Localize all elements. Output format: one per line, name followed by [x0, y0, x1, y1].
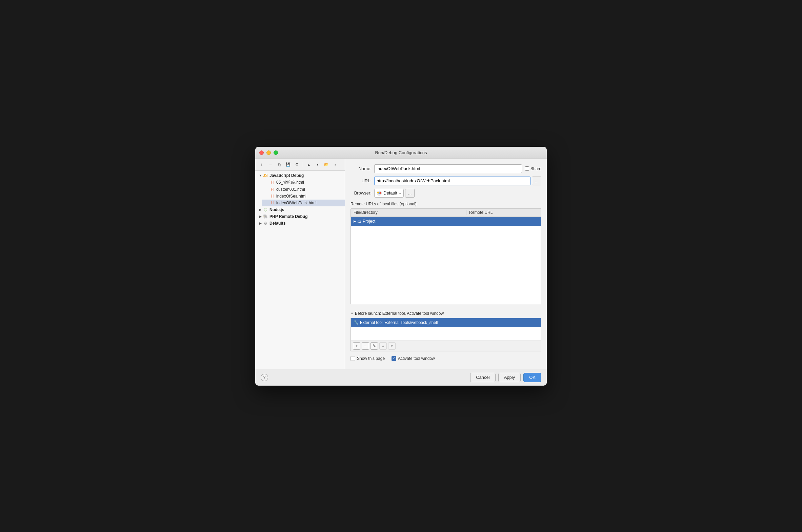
before-launch-label: Before launch: External tool, Activate t…: [355, 311, 444, 316]
file-directory-table: File/Directory Remote URL ▶ 🗂 Project: [351, 208, 541, 304]
file1-icon: H: [269, 179, 275, 185]
activate-tool-window-checkbox-item[interactable]: ✓ Activate tool window: [392, 356, 435, 361]
activate-tool-window-label: Activate tool window: [398, 356, 435, 361]
url-browse-button[interactable]: …: [532, 176, 541, 185]
close-button[interactable]: [259, 150, 264, 155]
ok-button[interactable]: OK: [523, 373, 541, 382]
project-row-arrow: ▶: [354, 220, 356, 223]
project-name: Project: [363, 219, 375, 224]
defaults-label: Defaults: [269, 221, 285, 226]
title-bar: Run/Debug Configurations: [255, 147, 547, 159]
activate-tool-window-checkbox[interactable]: ✓: [392, 356, 396, 361]
php-label: PHP Remote Debug: [269, 214, 307, 219]
move-down-button[interactable]: ▼: [314, 161, 321, 168]
nodejs-arrow: ▶: [258, 207, 263, 212]
browser-select[interactable]: Default ⌄: [374, 189, 404, 197]
tree-item-nodejs[interactable]: ▶ ⬡ Node.js: [255, 206, 345, 213]
dialog-title: Run/Debug Configurations: [375, 150, 427, 155]
tree-item-file4[interactable]: ▶ H indexOfWebPack.html: [262, 200, 345, 206]
save-config-button[interactable]: 💾: [284, 161, 292, 168]
before-launch-toolbar: + − ✎ ▲ ▼: [351, 341, 541, 351]
show-page-checkbox-item[interactable]: Show this page: [351, 356, 385, 361]
name-row: Name: Share: [351, 164, 541, 173]
file3-label: indexOfSea.html: [276, 194, 306, 198]
tree-item-file2[interactable]: ▶ H custom001.html: [262, 186, 345, 193]
file-dir-header: File/Directory: [351, 210, 466, 215]
remote-url-header: Remote URL: [466, 210, 541, 215]
settings-config-button[interactable]: ⚙: [293, 161, 301, 168]
wrench-icon: 🔧: [354, 320, 359, 325]
before-launch-item[interactable]: 🔧 External tool 'External Tools/webpack_…: [351, 318, 541, 327]
file-table-body: ▶ 🗂 Project: [351, 217, 541, 304]
cancel-button[interactable]: Cancel: [470, 373, 495, 382]
copy-config-button[interactable]: ⎘: [276, 161, 283, 168]
bl-add-button[interactable]: +: [353, 342, 360, 350]
file-dir-cell: ▶ 🗂 Project: [351, 219, 466, 224]
tree-item-file3[interactable]: ▶ H indexOfSea.html: [262, 193, 345, 200]
file2-icon: H: [269, 187, 275, 192]
move-up-button[interactable]: ▲: [305, 161, 313, 168]
project-icon: 🗂: [357, 219, 361, 224]
bl-edit-button[interactable]: ✎: [371, 342, 378, 350]
config-tree: ▼ JS JavaScript Debug ▶ H 05_贪吃蛇.html ▶ …: [255, 171, 345, 369]
remote-urls-label: Remote URLs of local files (optional):: [351, 202, 541, 206]
separator-1: [303, 162, 303, 167]
left-panel: + − ⎘ 💾 ⚙ ▲ ▼ 📂 ↕ ▼ JS JavaScript Debug: [255, 159, 345, 369]
run-debug-dialog: Run/Debug Configurations + − ⎘ 💾 ⚙ ▲ ▼ 📂…: [255, 147, 547, 386]
url-input[interactable]: [374, 176, 530, 185]
share-container: Share: [525, 166, 541, 171]
js-debug-children: ▶ H 05_贪吃蛇.html ▶ H custom001.html ▶ H i…: [255, 179, 345, 206]
file2-label: custom001.html: [276, 187, 305, 192]
left-toolbar: + − ⎘ 💾 ⚙ ▲ ▼ 📂 ↕: [255, 159, 345, 171]
share-checkbox[interactable]: [525, 166, 529, 171]
bl-down-button[interactable]: ▼: [388, 342, 396, 350]
open-folder-button[interactable]: 📂: [323, 161, 330, 168]
nodejs-label: Node.js: [269, 207, 284, 212]
bl-up-button[interactable]: ▲: [379, 342, 387, 350]
before-launch-section: ▼ Before launch: External tool, Activate…: [351, 311, 541, 354]
share-label: Share: [530, 166, 541, 171]
tree-item-js-debug[interactable]: ▼ JS JavaScript Debug: [255, 172, 345, 179]
chrome-icon: [377, 190, 382, 196]
before-launch-collapse-arrow[interactable]: ▼: [351, 312, 354, 315]
remove-config-button[interactable]: −: [267, 161, 274, 168]
before-launch-header: ▼ Before launch: External tool, Activate…: [351, 311, 541, 316]
file-table-header: File/Directory Remote URL: [351, 209, 541, 217]
file4-icon: H: [269, 200, 275, 206]
traffic-lights: [259, 150, 278, 155]
help-button[interactable]: ?: [261, 374, 268, 381]
name-input[interactable]: [374, 164, 522, 173]
dialog-footer: ? Cancel Apply OK: [255, 369, 547, 386]
browser-row: Browser: Default ⌄ …: [351, 189, 541, 197]
maximize-button[interactable]: [274, 150, 278, 155]
minimize-button[interactable]: [266, 150, 271, 155]
tree-item-file1[interactable]: ▶ H 05_贪吃蛇.html: [262, 179, 345, 186]
footer-buttons: Cancel Apply OK: [470, 373, 541, 382]
right-panel: Name: Share URL: … Browser:: [345, 159, 547, 369]
file1-label: 05_贪吃蛇.html: [276, 179, 304, 185]
nodejs-icon: ⬡: [263, 207, 268, 212]
table-row[interactable]: ▶ 🗂 Project: [351, 217, 541, 226]
name-label: Name:: [351, 166, 374, 171]
php-arrow: ▶: [258, 214, 263, 219]
tree-item-defaults[interactable]: ▶ ⚙ Defaults: [255, 220, 345, 227]
file3-icon: H: [269, 193, 275, 199]
before-launch-table: 🔧 External tool 'External Tools/webpack_…: [351, 318, 541, 352]
php-icon: 🐘: [263, 214, 268, 219]
browser-browse-button[interactable]: …: [405, 189, 414, 197]
svg-point-3: [379, 192, 380, 194]
url-row: URL: …: [351, 176, 541, 185]
before-launch-empty-space: [351, 327, 541, 341]
show-page-label: Show this page: [357, 356, 385, 361]
dialog-body: + − ⎘ 💾 ⚙ ▲ ▼ 📂 ↕ ▼ JS JavaScript Debug: [255, 159, 547, 369]
url-label: URL:: [351, 178, 374, 183]
bl-remove-button[interactable]: −: [362, 342, 369, 350]
sort-button[interactable]: ↕: [332, 161, 339, 168]
apply-button[interactable]: Apply: [498, 373, 521, 382]
browser-dropdown-arrow: ⌄: [399, 191, 401, 195]
add-config-button[interactable]: +: [258, 161, 265, 168]
js-debug-label: JavaScript Debug: [269, 173, 304, 178]
tree-item-php-remote[interactable]: ▶ 🐘 PHP Remote Debug: [255, 213, 345, 220]
show-page-checkbox[interactable]: [351, 356, 355, 361]
browser-value: Default: [384, 190, 397, 195]
